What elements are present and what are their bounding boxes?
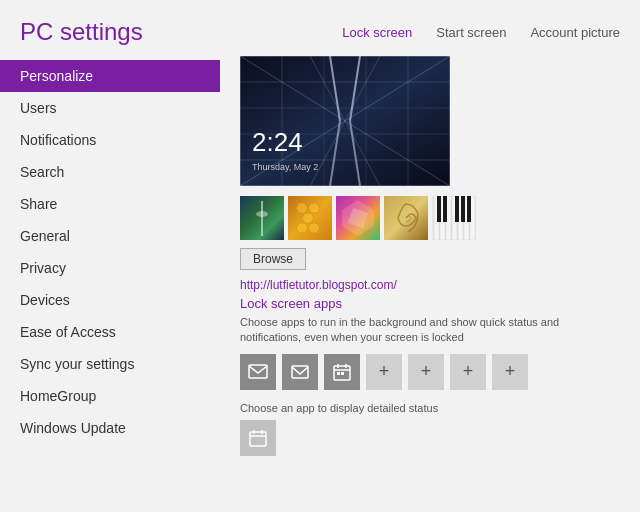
sidebar-item-homegroup[interactable]: HomeGroup: [0, 380, 220, 412]
sidebar-item-privacy[interactable]: Privacy: [0, 252, 220, 284]
url-watermark: http://lutfietutor.blogspot.com/: [240, 278, 620, 292]
browse-button[interactable]: Browse: [240, 248, 306, 270]
thumb-seattle[interactable]: [240, 196, 284, 240]
lock-screen-preview: 2:24 Thursday, May 2: [240, 56, 450, 186]
thumb-shell[interactable]: [384, 196, 428, 240]
thumb-honeycomb[interactable]: [288, 196, 332, 240]
sidebar: Personalize Users Notifications Search S…: [0, 56, 220, 512]
lock-apps-title: Lock screen apps: [240, 296, 620, 311]
sidebar-item-sync-settings[interactable]: Sync your settings: [0, 348, 220, 380]
svg-rect-51: [249, 365, 267, 378]
mail-icon: [290, 362, 310, 382]
svg-rect-59: [250, 432, 266, 446]
svg-marker-31: [302, 213, 314, 223]
app-title: PC settings: [20, 18, 143, 46]
svg-marker-32: [296, 223, 308, 233]
svg-rect-50: [467, 196, 471, 222]
lock-apps-description: Choose apps to run in the background and…: [240, 315, 620, 346]
app-slot-message[interactable]: [240, 354, 276, 390]
sidebar-item-notifications[interactable]: Notifications: [0, 124, 220, 156]
lock-time: 2:24: [252, 127, 303, 158]
main-layout: Personalize Users Notifications Search S…: [0, 56, 640, 512]
svg-rect-58: [341, 372, 344, 375]
sidebar-item-general[interactable]: General: [0, 220, 220, 252]
sidebar-item-windows-update[interactable]: Windows Update: [0, 412, 220, 444]
svg-rect-52: [292, 366, 308, 378]
thumbnail-row: [240, 196, 620, 240]
app-icons-row: + + + +: [240, 354, 620, 390]
content-area: 2:24 Thursday, May 2: [220, 56, 640, 512]
thumb-abstract[interactable]: [336, 196, 380, 240]
lock-date: Thursday, May 2: [252, 162, 318, 172]
app-slot-add-3[interactable]: +: [450, 354, 486, 390]
app-slot-mail[interactable]: [282, 354, 318, 390]
svg-marker-29: [296, 203, 308, 213]
thumb-piano[interactable]: [432, 196, 476, 240]
svg-rect-49: [461, 196, 465, 222]
svg-rect-57: [337, 372, 340, 375]
nav-start-screen[interactable]: Start screen: [436, 25, 506, 40]
nav-lock-screen[interactable]: Lock screen: [342, 25, 412, 40]
svg-marker-33: [308, 223, 320, 233]
message-icon: [248, 362, 268, 382]
detailed-status-slot[interactable]: [240, 420, 276, 456]
app-slot-add-4[interactable]: +: [492, 354, 528, 390]
svg-rect-47: [443, 196, 447, 222]
calendar-icon: [332, 362, 352, 382]
top-nav: Lock screen Start screen Account picture: [342, 25, 620, 40]
nav-account-picture[interactable]: Account picture: [530, 25, 620, 40]
sidebar-item-personalize[interactable]: Personalize: [0, 60, 220, 92]
sidebar-item-share[interactable]: Share: [0, 188, 220, 220]
sidebar-item-search[interactable]: Search: [0, 156, 220, 188]
svg-marker-30: [308, 203, 320, 213]
sidebar-item-devices[interactable]: Devices: [0, 284, 220, 316]
app-slot-add-1[interactable]: +: [366, 354, 402, 390]
svg-rect-46: [437, 196, 441, 222]
detailed-status-label: Choose an app to display detailed status: [240, 402, 620, 414]
sidebar-item-ease-of-access[interactable]: Ease of Access: [0, 316, 220, 348]
svg-point-27: [256, 211, 268, 217]
detailed-status-icon: [248, 428, 268, 448]
svg-rect-48: [455, 196, 459, 222]
app-slot-add-2[interactable]: +: [408, 354, 444, 390]
header: PC settings Lock screen Start screen Acc…: [0, 0, 640, 56]
sidebar-item-users[interactable]: Users: [0, 92, 220, 124]
app-slot-calendar[interactable]: [324, 354, 360, 390]
